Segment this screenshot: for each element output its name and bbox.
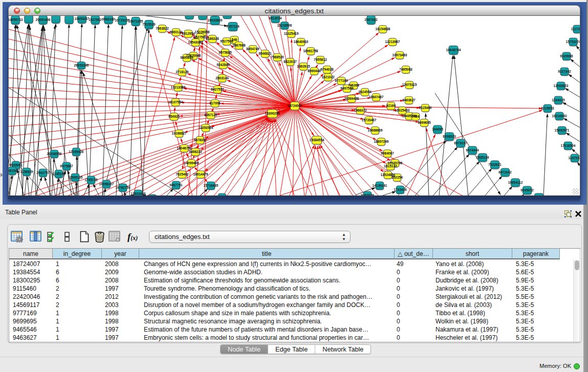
- svg-text:7515526: 7515526: [142, 23, 156, 26]
- svg-text:17359926: 17359926: [69, 150, 84, 154]
- svg-text:1795725: 1795725: [84, 178, 98, 182]
- svg-text:16914479: 16914479: [193, 172, 208, 176]
- svg-text:817006: 817006: [209, 101, 221, 105]
- svg-text:7986372: 7986372: [354, 108, 367, 112]
- svg-text:14099469: 14099469: [184, 161, 199, 165]
- svg-text:9975867: 9975867: [60, 164, 73, 168]
- svg-text:252254: 252254: [391, 176, 403, 179]
- svg-text:20206556: 20206556: [47, 152, 62, 156]
- svg-text:9890609: 9890609: [180, 56, 193, 59]
- svg-text:10958107: 10958107: [99, 182, 114, 186]
- svg-text:3624554: 3624554: [358, 90, 372, 94]
- svg-text:9329966: 9329966: [560, 54, 573, 58]
- svg-text:10688609: 10688609: [368, 128, 383, 132]
- svg-text:26053346: 26053346: [74, 63, 89, 67]
- svg-text:2087682: 2087682: [364, 18, 378, 21]
- svg-text:1156829: 1156829: [20, 170, 33, 173]
- svg-text:12505135: 12505135: [68, 176, 83, 179]
- svg-text:20364436: 20364436: [344, 97, 359, 100]
- svg-text:16782759: 16782759: [116, 186, 130, 189]
- svg-text:7955812: 7955812: [314, 58, 327, 61]
- svg-text:9245052: 9245052: [520, 188, 534, 192]
- svg-text:8990448: 8990448: [308, 69, 321, 73]
- svg-text:12213369: 12213369: [171, 85, 186, 89]
- svg-text:164095: 164095: [432, 127, 443, 131]
- svg-text:9467791: 9467791: [169, 183, 183, 187]
- svg-text:8822037: 8822037: [284, 60, 297, 63]
- svg-text:62160: 62160: [386, 104, 396, 107]
- svg-text:164421: 164421: [216, 195, 228, 196]
- svg-text:6794028: 6794028: [320, 68, 334, 71]
- svg-text:9242845: 9242845: [216, 63, 230, 67]
- svg-text:8186328: 8186328: [206, 37, 219, 40]
- svg-text:1527602: 1527602: [89, 18, 102, 21]
- svg-text:15716485: 15716485: [204, 184, 219, 187]
- svg-text:12975115: 12975115: [402, 83, 417, 86]
- svg-text:12093823: 12093823: [554, 84, 569, 87]
- svg-text:19218506: 19218506: [277, 24, 292, 27]
- svg-text:18807249: 18807249: [374, 140, 389, 143]
- svg-text:8215953: 8215953: [541, 106, 554, 110]
- svg-text:8813054: 8813054: [269, 16, 282, 20]
- svg-text:10654112: 10654112: [508, 181, 523, 184]
- svg-text:9227342: 9227342: [558, 70, 571, 73]
- svg-text:9463627: 9463627: [402, 98, 416, 102]
- svg-text:2803144: 2803144: [215, 76, 229, 80]
- svg-text:10973493: 10973493: [393, 53, 407, 57]
- svg-text:1117319: 1117319: [571, 27, 580, 31]
- svg-text:1362615: 1362615: [297, 64, 310, 68]
- svg-text:16154838: 16154838: [376, 27, 390, 31]
- svg-text:1733426: 1733426: [394, 188, 407, 191]
- svg-text:6679197: 6679197: [454, 141, 467, 145]
- svg-text:9497568: 9497568: [340, 86, 354, 90]
- svg-text:8427552: 8427552: [211, 87, 224, 91]
- svg-text:1167533: 1167533: [569, 156, 580, 160]
- svg-text:10671355: 10671355: [128, 19, 143, 23]
- svg-text:9474444: 9474444: [466, 148, 479, 152]
- svg-text:7632621: 7632621: [488, 163, 502, 166]
- svg-text:16046756: 16046756: [177, 146, 192, 150]
- svg-text:9345061: 9345061: [9, 163, 23, 167]
- svg-text:18724007: 18724007: [288, 104, 302, 107]
- svg-text:16648784: 16648784: [446, 48, 461, 52]
- svg-text:2718126: 2718126: [176, 70, 189, 74]
- svg-text:12923448: 12923448: [131, 192, 146, 195]
- svg-text:10807467: 10807467: [369, 95, 384, 99]
- svg-text:1145194: 1145194: [53, 172, 66, 176]
- svg-text:8471042: 8471042: [498, 170, 512, 174]
- svg-text:19384554: 19384554: [310, 138, 324, 142]
- svg-text:15226058: 15226058: [195, 30, 210, 34]
- svg-text:15751074: 15751074: [566, 40, 580, 43]
- svg-text:9391541: 9391541: [8, 169, 19, 172]
- svg-text:16210643: 16210643: [552, 114, 567, 118]
- svg-text:16033809: 16033809: [208, 18, 223, 22]
- svg-text:11353594: 11353594: [199, 126, 213, 129]
- svg-text:14136141: 14136141: [373, 184, 387, 187]
- svg-text:7663822: 7663822: [156, 27, 169, 30]
- svg-text:8912954: 8912954: [182, 32, 195, 35]
- svg-text:2942757: 2942757: [36, 171, 50, 174]
- svg-text:9575685: 9575685: [219, 51, 232, 54]
- svg-text:19166827: 19166827: [172, 132, 187, 135]
- svg-text:9464: 9464: [412, 115, 420, 118]
- svg-text:5878352: 5878352: [193, 138, 207, 142]
- svg-text:15720407: 15720407: [362, 118, 377, 122]
- svg-text:1621022: 1621022: [321, 75, 335, 79]
- svg-text:6966160: 6966160: [102, 17, 115, 21]
- svg-text:12213967: 12213967: [385, 40, 400, 43]
- svg-text:9115460: 9115460: [419, 106, 432, 110]
- svg-text:16543382: 16543382: [188, 40, 203, 44]
- svg-text:9777169: 9777169: [335, 79, 348, 82]
- svg-text:15692971: 15692971: [555, 128, 570, 132]
- svg-text:14055713: 14055713: [8, 18, 23, 21]
- svg-text:8267130: 8267130: [204, 113, 217, 117]
- svg-text:10025433: 10025433: [395, 108, 410, 112]
- svg-text:20691406: 20691406: [36, 18, 51, 21]
- svg-text:10719155: 10719155: [115, 18, 130, 22]
- svg-text:7588520: 7588520: [271, 55, 284, 59]
- svg-text:18300295: 18300295: [265, 112, 280, 115]
- svg-text:16107554: 16107554: [168, 100, 183, 104]
- svg-text:7357224: 7357224: [226, 25, 239, 28]
- svg-text:546: 546: [232, 38, 237, 41]
- svg-text:8454749: 8454749: [246, 47, 259, 51]
